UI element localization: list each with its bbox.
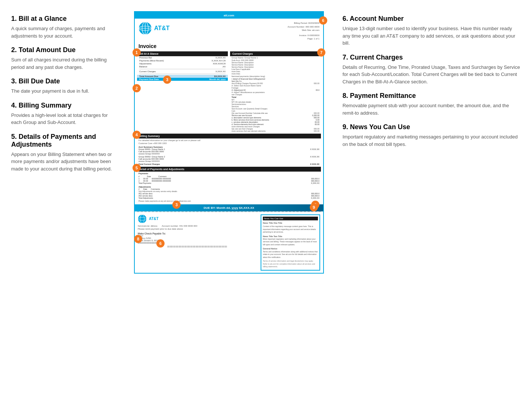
badge-3-inline: 3	[163, 76, 171, 84]
right-heading-9: 9. News You Can Use	[343, 123, 521, 131]
left-heading-2: 2. Total Amount Due	[11, 46, 119, 54]
current-charges-section: 7 Current Charges Group Name: Group Name…	[230, 51, 321, 132]
badge-4: 4	[133, 131, 141, 139]
att-globe-icon	[138, 22, 152, 35]
badge-3-strip: 3	[172, 201, 181, 209]
detail-payments-header: Detail of Payments and Adjustments	[137, 167, 321, 172]
bill-glance-header: Bill At A Glance	[137, 51, 228, 56]
right-desc-8: Removable payment stub with your account…	[343, 102, 521, 117]
invoice-mockup: att.com AT&T Billing Period: 00/00/0000 …	[134, 11, 324, 274]
invoice-bottom: 8 AT&T ServiceLine: ddress Account numbe…	[135, 212, 323, 273]
right-heading-8: 8. Payment Remittance	[343, 92, 521, 100]
invoice-top-right: Billing Period: 00/00/0000 Account Numbe…	[288, 22, 319, 41]
middle-column: att.com AT&T Billing Period: 00/00/0000 …	[127, 7, 335, 395]
left-column: 1. Bill at a GlanceA quick summary of ch…	[7, 7, 127, 395]
badge-6: 6	[319, 16, 327, 25]
att-name-small: AT&T	[149, 217, 159, 221]
left-desc-2: Sum of all charges incurred during the b…	[11, 56, 119, 71]
left-desc-4: Provides a high-level look at total char…	[11, 112, 119, 126]
badge-2: 2	[133, 84, 141, 92]
svg-point-5	[138, 215, 146, 223]
badge-8: 8	[134, 235, 142, 243]
billing-summary-header: Billing Summary	[137, 134, 321, 138]
remittance-strip: 3 2 DUE BY: Month dd, yyyy $X,XXX.XX	[135, 204, 323, 211]
current-charges-header: Current Charges	[230, 51, 321, 56]
left-desc-1: A quick summary of charges, payments and…	[11, 25, 119, 39]
due-by-text: DUE BY: Month dd, yyyy $X,XXX.XX	[204, 206, 254, 210]
right-desc-6: Unique 13-digit number used to identify …	[343, 25, 521, 47]
invoice-top: AT&T Billing Period: 00/00/0000 Account …	[135, 19, 323, 42]
badge-5: 5	[133, 164, 141, 172]
right-heading-7: 7. Current Charges	[343, 54, 521, 61]
right-column: 6. Account NumberUnique 13-digit number …	[335, 7, 525, 395]
badge-7: 7	[317, 48, 325, 57]
remittance-left: AT&T ServiceLine: ddress Account number:…	[138, 214, 257, 249]
left-desc-3: The date your payment is due in full.	[11, 87, 119, 95]
invoice-header-bar: att.com	[135, 12, 323, 19]
badge-1: 1	[133, 48, 141, 57]
news-header: News You Can Use	[263, 217, 318, 220]
left-heading-5: 5. Details of Payments and Adjustments	[11, 133, 119, 149]
barcode: ||||||||||||||||||||||||||||||||||||||||…	[138, 244, 257, 249]
right-heading-6: 6. Account Number	[343, 15, 521, 23]
bill-at-glance-section: Bill At A Glance Previous BalX,XXX.XX Pa…	[137, 51, 228, 132]
billing-summary-section: 4 Billing Summary For detailed informati…	[137, 134, 321, 165]
left-heading-3: 3. Bill Due Date	[11, 77, 119, 85]
att-domain: att.com	[224, 14, 234, 17]
right-desc-9: Important regulatory and marketing messa…	[343, 133, 521, 148]
news-section: 9 News You Can Use News Title One Title …	[261, 214, 320, 271]
att-globe-small-icon	[138, 214, 147, 223]
left-heading-4: 4. Billing Summary	[11, 102, 119, 109]
account-number-label: Account number: 441 000 0000 000	[162, 225, 197, 227]
left-desc-5: Appears on your Billing Statement when t…	[11, 151, 119, 173]
detail-payments-section: 5 Detail of Payments and Adjustments Pay…	[137, 167, 321, 203]
left-heading-1: 1. Bill at a Glance	[11, 15, 119, 23]
invoice-title: Invoice	[135, 42, 323, 51]
right-desc-7: Details of Recurring, One Time, Prorated…	[343, 64, 521, 86]
att-logo: AT&T	[138, 22, 169, 35]
badge-6-bottom: 6	[156, 239, 165, 248]
service-label: ServiceLine: ddress	[138, 225, 157, 227]
badge-9: 9	[310, 203, 318, 211]
att-company-name: AT&T	[154, 25, 169, 32]
